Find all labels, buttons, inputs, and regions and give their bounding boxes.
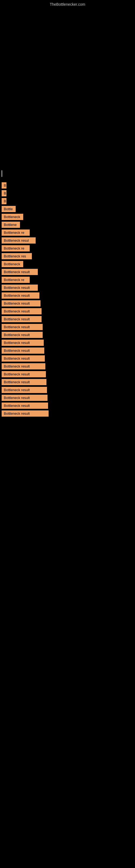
result-item-25[interactable]: Bottleneck result xyxy=(2,371,46,377)
result-item-29[interactable]: Bottleneck result xyxy=(2,403,48,409)
result-item-23[interactable]: Bottleneck result xyxy=(2,355,45,362)
result-item-11[interactable]: Bottleneck xyxy=(2,261,23,267)
result-item-24[interactable]: Bottleneck result xyxy=(2,363,45,369)
result-item-1[interactable]: B xyxy=(2,182,6,188)
cursor-line xyxy=(2,170,2,177)
site-title: TheBottlenecker.com xyxy=(0,0,135,8)
result-item-6[interactable]: Bottlene xyxy=(2,222,20,228)
result-item-14[interactable]: Bottleneck result xyxy=(2,284,38,291)
result-item-17[interactable]: Bottleneck result xyxy=(2,308,42,314)
result-item-4[interactable]: Bottle xyxy=(2,206,16,212)
result-item-12[interactable]: Bottleneck result xyxy=(2,269,38,275)
items-container: BBBBottleBottleneckBottleneBottleneck re… xyxy=(0,170,135,416)
result-item-3[interactable]: B xyxy=(2,198,6,204)
result-item-9[interactable]: Bottleneck re xyxy=(2,245,30,251)
result-item-5[interactable]: Bottleneck xyxy=(2,214,23,220)
result-item-2[interactable]: B xyxy=(2,190,6,196)
result-item-20[interactable]: Bottleneck result xyxy=(2,332,43,338)
result-item-13[interactable]: Bottleneck re xyxy=(2,277,30,283)
result-item-18[interactable]: Bottleneck result xyxy=(2,316,42,322)
result-item-7[interactable]: Bottleneck re xyxy=(2,229,30,236)
result-item-30[interactable]: Bottleneck result xyxy=(2,410,49,416)
result-item-22[interactable]: Bottleneck result xyxy=(2,347,44,354)
result-item-15[interactable]: Bottleneck result xyxy=(2,292,39,299)
result-item-8[interactable]: Bottleneck resul xyxy=(2,237,36,244)
result-item-27[interactable]: Bottleneck result xyxy=(2,387,47,393)
result-item-19[interactable]: Bottleneck result xyxy=(2,324,43,330)
result-item-10[interactable]: Bottleneck res xyxy=(2,253,32,259)
result-item-26[interactable]: Bottleneck result xyxy=(2,379,46,385)
result-item-16[interactable]: Bottleneck result xyxy=(2,300,41,307)
result-item-21[interactable]: Bottleneck result xyxy=(2,340,44,346)
result-item-28[interactable]: Bottleneck result xyxy=(2,395,48,401)
